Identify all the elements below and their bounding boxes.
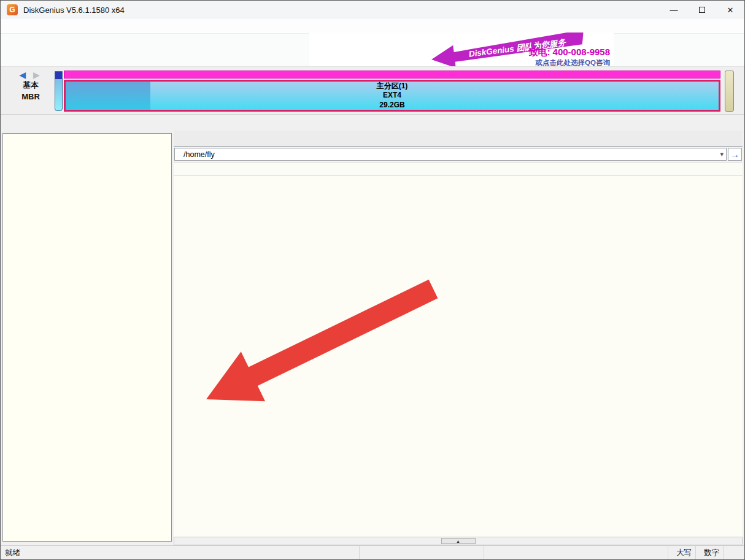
close-button[interactable]: ✕ xyxy=(716,1,744,19)
disk-type-label: 基本 xyxy=(12,80,50,91)
partition-rect[interactable]: 主分区(1) EXT4 29.2GB xyxy=(64,80,720,112)
window-title: DiskGenius V5.6.1.1580 x64 xyxy=(23,6,125,15)
path-bar: /home/fly ▾ → xyxy=(174,147,743,163)
bottom-scroll-strip: ▲ xyxy=(174,537,743,545)
tab-bar xyxy=(174,131,743,147)
title-bar: G DiskGenius V5.6.1.1580 x64 — ✕ xyxy=(1,1,744,19)
next-disk-icon[interactable]: ▶ xyxy=(33,70,42,80)
ad-banner[interactable]: DiskGenius 团队为您服务 致电: 400-008-9958 或点击此处… xyxy=(309,33,614,66)
status-cell xyxy=(360,546,484,559)
status-ready: 就绪 xyxy=(1,546,360,559)
minimize-button[interactable]: — xyxy=(660,1,688,19)
table-header xyxy=(174,163,743,176)
right-panel: /home/fly ▾ → ▲ xyxy=(174,131,743,545)
disk-info-bar xyxy=(1,115,744,131)
maximize-button[interactable] xyxy=(688,1,716,19)
disk-left-cap xyxy=(55,71,63,111)
maximize-icon xyxy=(699,7,705,13)
partition-size: 29.2GB xyxy=(379,101,404,110)
partition-used-space xyxy=(66,82,150,110)
disk-extent-bar[interactable] xyxy=(64,71,720,79)
partition-fs: EXT4 xyxy=(383,91,401,101)
status-caps-indicator: 大写 xyxy=(668,546,696,559)
prev-disk-icon[interactable]: ◀ xyxy=(19,70,28,80)
resize-grip[interactable] xyxy=(724,546,744,559)
diskgenius-window: G DiskGenius V5.6.1.1580 x64 — ✕ DiskGen… xyxy=(0,0,745,560)
disk-scheme-label: MBR xyxy=(12,91,50,103)
disk-graphic-section: ◀ ▶ 基本 MBR 主分区(1) EXT4 29.2GB xyxy=(1,67,744,115)
partition-name: 主分区(1) xyxy=(377,82,408,91)
path-combobox[interactable]: /home/fly ▾ xyxy=(174,148,727,161)
main-area: /home/fly ▾ → ▲ xyxy=(1,131,744,545)
current-path: /home/fly xyxy=(183,150,215,159)
disk-graphic-scrollbar[interactable] xyxy=(725,71,734,112)
menu-bar xyxy=(1,19,744,34)
scroll-up-button[interactable]: ▲ xyxy=(441,538,476,544)
chevron-down-icon[interactable]: ▾ xyxy=(720,150,724,158)
app-logo-icon: G xyxy=(7,4,18,15)
disk-tree-panel xyxy=(2,133,172,542)
ad-qq-link[interactable]: 或点击此处选择QQ咨询 xyxy=(528,58,610,66)
go-button[interactable]: → xyxy=(728,148,742,161)
status-bar: 就绪 大写 数字 xyxy=(1,545,744,559)
status-cell xyxy=(484,546,668,559)
file-list xyxy=(174,176,743,537)
status-num-indicator: 数字 xyxy=(696,546,724,559)
ad-phone: 致电: 400-008-9958 xyxy=(528,47,610,58)
